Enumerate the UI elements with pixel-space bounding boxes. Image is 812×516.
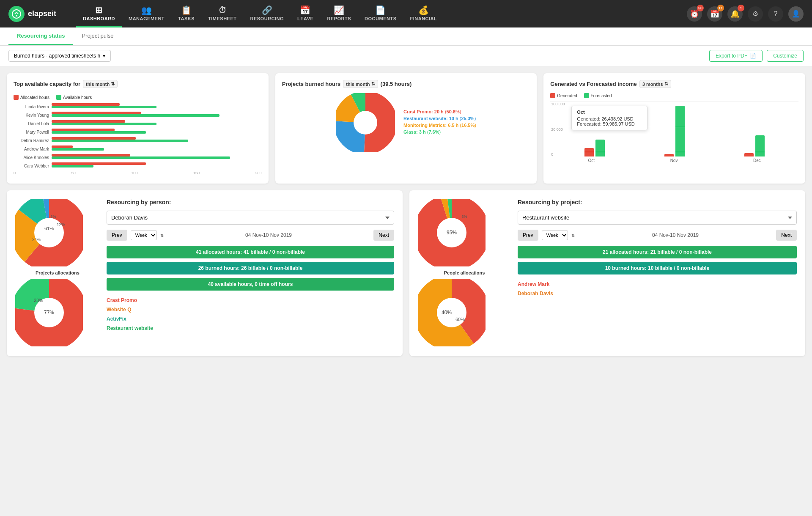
resourcing-project-card: 95% 3% People allocations 40% 60% (409, 190, 805, 356)
timesheet-icon: ⏱ (218, 5, 227, 15)
nav-items: ⊞ DASHBOARD 👥 MANAGEMENT 📋 TASKS ⏱ TIMES… (76, 0, 687, 27)
nav-timesheet[interactable]: ⏱ TIMESHEET (201, 0, 243, 27)
calendar-btn[interactable]: 📅 11 (707, 6, 722, 22)
notifications-btn[interactable]: ⏰ 50 (687, 6, 702, 22)
project-prev-button[interactable]: Prev (518, 230, 538, 241)
bottom-row: 61% 24% 12% 3% Projects allocations 77% … (7, 190, 805, 356)
person-week-select[interactable]: Week (131, 230, 157, 240)
tooltip-generated: Generated: 26,438.92 USD (577, 116, 642, 121)
person-pies: 61% 24% 12% 3% Projects allocations 77% … (15, 199, 100, 348)
clock-badge: 50 (697, 5, 704, 11)
person-prev-button[interactable]: Prev (107, 230, 127, 241)
svg-point-1 (16, 15, 17, 16)
project-week-select[interactable]: Week (542, 230, 568, 240)
bar-bars (52, 154, 262, 161)
tab-project-pulse[interactable]: Project pulse (73, 27, 122, 45)
logo[interactable]: elapseit (8, 6, 63, 22)
burned-total: (39.5 hours) (381, 81, 412, 87)
bar-row: Debra Ramirez (14, 137, 262, 144)
brand-name: elapseit (28, 9, 56, 18)
person-week-sort: ⇅ (160, 233, 164, 238)
legend-glass: Glass: 3 h (7.6%) (403, 129, 476, 134)
person-next-button[interactable]: Next (373, 230, 394, 241)
nav-documents[interactable]: 📄 DOCUMENTS (358, 0, 403, 27)
documents-icon: 📄 (375, 5, 386, 15)
project-date-range: 04 Nov-10 Nov 2019 (578, 232, 773, 238)
burned-legend: Crast Promo: 20 h (50.6%) Restaurant web… (403, 109, 476, 136)
bottom-left-grid: 61% 24% 12% 3% Projects allocations 77% … (15, 199, 394, 348)
svg-text:61%: 61% (44, 226, 54, 231)
nav-right: ⏰ 50 📅 11 🔔 1 ⚙ ? 👤 (687, 6, 804, 22)
customize-button[interactable]: Customize (767, 50, 804, 62)
nav-management[interactable]: 👥 MANAGEMENT (122, 0, 171, 27)
settings-btn[interactable]: ⚙ (748, 6, 763, 22)
generated-dot (550, 93, 555, 98)
burned-pie-area: Crast Promo: 20 h (50.6%) Restaurant web… (282, 93, 530, 152)
project-item-restaurant: Restaurant website (107, 324, 394, 333)
nav-reports[interactable]: 📈 REPORTS (320, 0, 358, 27)
help-btn[interactable]: ? (768, 6, 783, 22)
chevron-down-icon: ▾ (103, 53, 105, 59)
person-stat-allocated: 41 allocated hours: 41 billable / 0 non-… (107, 246, 394, 258)
bar-row: Daniel Lola (14, 120, 262, 127)
person-project-list: Crast Promo Website Q ActivFix Restauran… (107, 296, 394, 333)
project-item-activfix: ActivFix (107, 314, 394, 324)
nov-generated-bar (664, 154, 674, 156)
bar-person-label: Debra Ramirez (14, 138, 52, 143)
bar-bars (52, 145, 262, 152)
svg-text:3%: 3% (50, 214, 56, 219)
nav-leave[interactable]: 📅 LEAVE (291, 0, 320, 27)
dec-generated-bar (744, 153, 754, 156)
profile-btn[interactable]: 👤 (788, 6, 804, 22)
oct-generated-bar (584, 148, 594, 156)
nav-financial[interactable]: 💰 FINANCIAL (403, 0, 444, 27)
resourcing-person-card: 61% 24% 12% 3% Projects allocations 77% … (7, 190, 403, 356)
project-pie1: 95% 3% (418, 199, 486, 266)
project-dropdown[interactable]: Restaurant website (518, 211, 797, 225)
project-next-button[interactable]: Next (776, 230, 797, 241)
filter-dropdown[interactable]: Burned hours - approved timesheets h ▾ (8, 50, 111, 62)
leave-icon: 📅 (300, 5, 311, 15)
project-item-crast: Crast Promo (107, 296, 394, 305)
project-week-nav: Prev Week ⇅ 04 Nov-10 Nov 2019 Next (518, 230, 797, 241)
bar-person-label: Andrew Mark (14, 147, 52, 151)
bar-bars (52, 112, 262, 118)
income-group-dec (714, 135, 794, 156)
project-pies: 95% 3% People allocations 40% 60% (418, 199, 511, 348)
dec-forecasted-bar (755, 135, 765, 156)
alerts-btn[interactable]: 🔔 1 (727, 6, 743, 22)
nav-dashboard[interactable]: ⊞ DASHBOARD (76, 0, 122, 27)
person-item-andrew: Andrew Mark (518, 280, 797, 289)
svg-text:24%: 24% (32, 237, 41, 242)
oct-forecasted-bar (595, 140, 605, 156)
bar-bars (52, 162, 262, 169)
bar-bars (52, 129, 262, 135)
pie1-project-label: People allocations (418, 270, 511, 275)
person-stat-burned: 26 burned hours: 26 billable / 0 non-bil… (107, 262, 394, 274)
available-bar (52, 106, 156, 108)
bar-person-label: Cara Webber (14, 164, 52, 168)
nav-tasks[interactable]: 📋 TASKS (171, 0, 201, 27)
resourcing-icon: 🔗 (262, 5, 273, 15)
tab-resourcing-status[interactable]: Resourcing status (8, 27, 73, 45)
bar-row: Cara Webber (14, 162, 262, 169)
person-dropdown[interactable]: Deborah Davis (107, 211, 394, 225)
legend-generated: Generated (550, 93, 577, 98)
income-period-selector[interactable]: 3 months ⇅ (639, 80, 671, 88)
bar-bars (52, 103, 262, 110)
legend-monitoring: Monitoring Metrics: 6.5 h (16.5%) (403, 123, 476, 128)
capacity-period-selector[interactable]: this month ⇅ (83, 80, 118, 88)
available-bar (52, 165, 93, 167)
burned-pie-chart (336, 93, 395, 152)
available-bar (52, 148, 104, 151)
nav-resourcing[interactable]: 🔗 RESOURCING (243, 0, 291, 27)
burned-period-selector[interactable]: this month ⇅ (343, 80, 378, 88)
sort-icon3: ⇅ (664, 81, 668, 87)
export-pdf-button[interactable]: Export to PDF 📄 (709, 50, 763, 62)
legend-available: Available hours (56, 95, 92, 100)
project-stat-burned: 10 burned hours: 10 billable / 0 non-bil… (518, 262, 797, 274)
income-group-oct (554, 140, 634, 156)
burned-hours-title: Projects burned hours this month ⇅ (39.5… (282, 80, 530, 88)
person-pie2: 77% 23% (15, 279, 83, 346)
navbar: elapseit ⊞ DASHBOARD 👥 MANAGEMENT 📋 TASK… (0, 0, 812, 27)
